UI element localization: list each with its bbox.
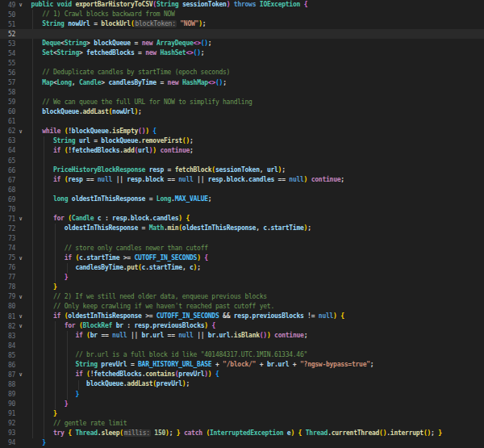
code-line[interactable]: 85 // br.url is a full block id like "40… xyxy=(0,350,484,360)
line-number[interactable]: 55 xyxy=(0,60,15,67)
code-line[interactable]: 60 blockQueue.addLast(nowUrl); xyxy=(0,107,484,117)
code-line-content[interactable]: if (!fetchedBlocks.add(url)) continue; xyxy=(27,146,484,156)
code-line-content[interactable]: if (oldestInThisResponse >= CUTOFF_IN_SE… xyxy=(27,312,484,321)
line-number[interactable]: 67 xyxy=(0,177,15,184)
line-number[interactable]: 49 xyxy=(0,2,15,9)
line-number[interactable]: 86 xyxy=(0,362,15,369)
code-line[interactable]: 57 Map<Long, Candle> candlesByTime = new… xyxy=(0,78,484,88)
code-line[interactable]: 74 // store only candles newer than cuto… xyxy=(0,244,484,253)
line-number[interactable]: 79 xyxy=(0,293,15,300)
code-line-content[interactable]: } xyxy=(27,390,484,400)
line-number[interactable]: 83 xyxy=(0,333,15,340)
code-line[interactable]: 77 } xyxy=(0,273,484,283)
line-number[interactable]: 52 xyxy=(0,31,15,38)
line-number[interactable]: 59 xyxy=(0,98,15,106)
line-number[interactable]: 73 xyxy=(0,235,15,242)
code-line-content[interactable]: Set<String> fetchedBlocks = new HashSet<… xyxy=(27,48,484,58)
line-number[interactable]: 87 xyxy=(0,371,15,379)
line-number[interactable]: 93 xyxy=(0,429,15,437)
code-line[interactable]: 94 } xyxy=(0,438,484,448)
line-number[interactable]: 90 xyxy=(0,400,15,408)
code-line-content[interactable]: if (br == null || br.url == null || br.u… xyxy=(27,331,484,341)
line-number[interactable]: 66 xyxy=(0,167,15,174)
code-line[interactable]: 80 // Only keep crawling if we haven't r… xyxy=(0,302,484,312)
code-line[interactable]: 53 Deque<String> blockQueue = new ArrayD… xyxy=(0,39,484,48)
code-line[interactable]: 67 if (resp == null || resp.block == nul… xyxy=(0,175,484,185)
code-line[interactable]: 79∨ // 2) If we still need older data, e… xyxy=(0,292,484,302)
code-line-content[interactable]: if (c.startTime >= CUTOFF_IN_SECONDS) { xyxy=(27,253,484,263)
code-line-content[interactable]: } xyxy=(27,273,484,283)
line-number[interactable]: 82 xyxy=(0,323,15,330)
line-number[interactable]: 74 xyxy=(0,245,15,252)
code-line-content[interactable]: Deque<String> blockQueue = new ArrayDequ… xyxy=(27,39,484,48)
line-number[interactable]: 60 xyxy=(0,108,15,115)
code-line-content[interactable]: long oldestInThisResponse = Long.MAX_VAL… xyxy=(27,195,484,204)
chevron-down-icon[interactable]: ∨ xyxy=(15,214,26,224)
code-line[interactable]: 52 xyxy=(0,29,484,39)
code-line-content[interactable]: public void exportBarHistoryToCSV(String… xyxy=(27,0,484,10)
code-line[interactable]: 91 } xyxy=(0,409,484,419)
code-line[interactable]: 63 String url = blockQueue.removeFirst()… xyxy=(0,136,484,146)
code-line-content[interactable]: // Deduplicate candles by startTime (epo… xyxy=(27,68,484,77)
chevron-down-icon[interactable]: ∨ xyxy=(15,253,26,263)
line-number[interactable]: 58 xyxy=(0,89,15,96)
code-line-content[interactable]: blockQueue.addLast(nowUrl); xyxy=(27,107,484,117)
code-line[interactable]: 59 // We can queue the full URL for NOW … xyxy=(0,98,484,107)
line-number[interactable]: 53 xyxy=(0,40,15,48)
code-line-content[interactable]: // 1) Crawl blocks backward from NOW xyxy=(27,10,484,19)
code-line[interactable]: 89 } xyxy=(0,390,484,400)
line-number[interactable]: 81 xyxy=(0,313,15,320)
code-line[interactable]: 69 long oldestInThisResponse = Long.MAX_… xyxy=(0,195,484,204)
code-line-content[interactable]: String nowUrl = blockUrl(blockToken: "NO… xyxy=(27,19,484,29)
code-line[interactable]: 88 blockQueue.addLast(prevUrl); xyxy=(0,379,484,389)
line-number[interactable]: 85 xyxy=(0,352,15,359)
code-line-content[interactable]: String prevUrl = BAR_HISTORY_URL_BASE + … xyxy=(27,360,484,370)
line-number[interactable]: 62 xyxy=(0,128,15,135)
line-number[interactable]: 63 xyxy=(0,137,15,144)
line-number[interactable]: 54 xyxy=(0,50,15,57)
code-line-content[interactable]: String url = blockQueue.removeFirst(); xyxy=(27,136,484,146)
line-number[interactable]: 84 xyxy=(0,342,15,350)
code-line[interactable]: 62∨ while (!blockQueue.isEmpty()) { xyxy=(0,127,484,136)
line-number[interactable]: 65 xyxy=(0,157,15,165)
code-line[interactable]: 61 xyxy=(0,117,484,127)
code-line-content[interactable]: // Only keep crawling if we haven't reac… xyxy=(27,302,484,312)
code-line[interactable]: 56 // Deduplicate candles by startTime (… xyxy=(0,68,484,77)
code-line-content[interactable]: // 2) If we still need older data, enque… xyxy=(27,292,484,302)
code-line-content[interactable]: oldestInThisResponse = Math.min(oldestIn… xyxy=(27,224,484,233)
code-line[interactable]: 72 oldestInThisResponse = Math.min(oldes… xyxy=(0,224,484,233)
code-line[interactable]: 86 String prevUrl = BAR_HISTORY_URL_BASE… xyxy=(0,360,484,370)
code-line[interactable]: 78 } xyxy=(0,283,484,292)
chevron-down-icon[interactable]: ∨ xyxy=(15,370,26,379)
chevron-down-icon[interactable]: ∨ xyxy=(15,0,26,10)
code-line[interactable]: 92 // gentle rate limit xyxy=(0,419,484,429)
code-line[interactable]: 50 // 1) Crawl blocks backward from NOW xyxy=(0,10,484,19)
code-line[interactable]: 68 xyxy=(0,185,484,195)
code-line[interactable]: 49∨ public void exportBarHistoryToCSV(St… xyxy=(0,0,484,10)
code-line-content[interactable]: for (Candle c : resp.block.candles) { xyxy=(27,214,484,224)
line-number[interactable]: 92 xyxy=(0,420,15,427)
code-line-content[interactable]: if (!fetchedBlocks.contains(prevUrl)) { xyxy=(27,370,484,379)
code-line[interactable]: 87∨ if (!fetchedBlocks.contains(prevUrl)… xyxy=(0,370,484,379)
line-number[interactable]: 61 xyxy=(0,118,15,125)
code-line-content[interactable]: PriceHistoryBlockResponse resp = fetchBl… xyxy=(27,165,484,175)
code-line[interactable]: 90 } xyxy=(0,400,484,409)
code-line-content[interactable]: Map<Long, Candle> candlesByTime = new Ha… xyxy=(27,78,484,88)
code-line-content[interactable]: } xyxy=(27,409,484,419)
code-line[interactable]: 65 xyxy=(0,156,484,165)
code-line[interactable]: 64 if (!fetchedBlocks.add(url)) continue… xyxy=(0,146,484,156)
code-line-content[interactable]: } xyxy=(27,283,484,292)
code-line-content[interactable]: try { Thread.sleep(millis: 150); } catch… xyxy=(27,429,484,438)
line-number[interactable]: 91 xyxy=(0,410,15,417)
code-line[interactable]: 93 try { Thread.sleep(millis: 150); } ca… xyxy=(0,429,484,438)
code-line[interactable]: 73 xyxy=(0,234,484,244)
code-line-content[interactable]: if (resp == null || resp.block == null |… xyxy=(27,175,484,185)
line-number[interactable]: 75 xyxy=(0,254,15,262)
code-line[interactable]: 58 xyxy=(0,88,484,98)
code-line[interactable]: 76 candlesByTime.put(c.startTime, c); xyxy=(0,263,484,273)
code-line[interactable]: 81∨ if (oldestInThisResponse >= CUTOFF_I… xyxy=(0,312,484,321)
code-line[interactable]: 51 String nowUrl = blockUrl(blockToken: … xyxy=(0,19,484,29)
chevron-down-icon[interactable]: ∨ xyxy=(15,321,26,331)
code-line-content[interactable]: } xyxy=(27,438,484,448)
code-line-content[interactable]: // We can queue the full URL for NOW to … xyxy=(27,98,484,107)
